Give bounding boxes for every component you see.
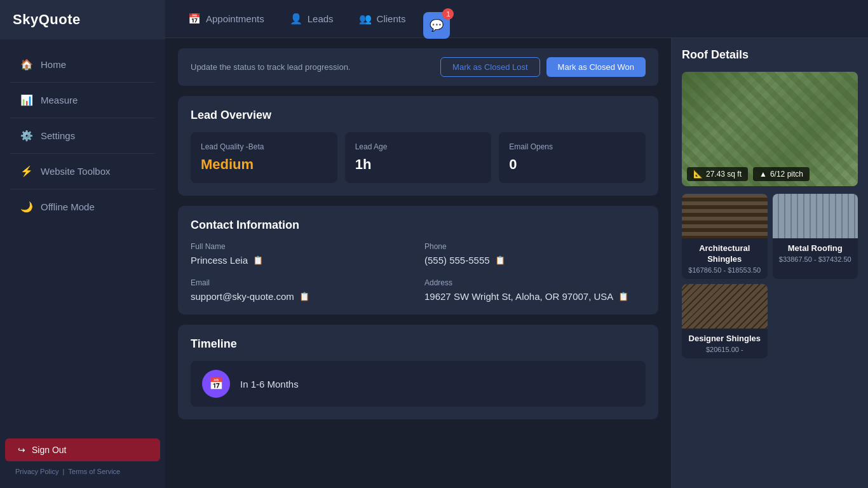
topbar-item-leads[interactable]: 👤 Leads [280,8,344,30]
metal-roofing-info: Metal Roofing $33867.50 - $37432.50 [773,238,858,268]
topbar-nav: 📅 Appointments 👤 Leads 👥 Clients [178,8,416,30]
ruler-icon: 📐 [693,170,703,179]
full-name-text: Princess Leia [191,255,248,266]
sign-out-button[interactable]: ↪ Sign Out [5,438,160,461]
copy-phone-button[interactable]: 📋 [495,255,505,265]
topbar: 📅 Appointments 👤 Leads 👥 Clients 💬 1 [165,0,868,38]
pitch-icon: ▲ [759,170,767,179]
sidebar-item-offline-mode[interactable]: 🌙 Offline Mode [5,193,160,220]
chat-button[interactable]: 💬 1 [423,12,450,39]
sidebar-item-label-home: Home [41,59,66,70]
roofing-card-metal[interactable]: Metal Roofing $33867.50 - $37432.50 [773,194,858,279]
phone-field: Phone (555) 555-5555 📋 [424,242,646,266]
roofing-card-designer[interactable]: Designer Shingles $20615.00 - [682,284,768,358]
arch-shingles-name: Architectural Shingles [688,243,761,265]
sidebar-item-label-measure: Measure [41,95,78,105]
home-icon: 🏠 [20,58,33,71]
aerial-image[interactable]: 📐 27.43 sq ft ▲ 6/12 pitch [682,72,858,186]
address-label: Address [424,278,646,287]
designer-shingles-thumbnail [682,284,768,329]
measure-icon: 📊 [20,94,33,106]
overview-age-card: Lead Age 1h [345,132,492,183]
sidebar-divider-1 [10,82,155,83]
sidebar-item-home[interactable]: 🏠 Home [5,51,160,78]
lead-overview-grid: Lead Quality -Beta Medium Lead Age 1h Em… [191,132,646,183]
copy-name-button[interactable]: 📋 [253,255,263,265]
app-logo[interactable]: SkyQuote [0,0,165,39]
sidebar-nav: 🏠 Home 📊 Measure ⚙️ Settings ⚡ Website T… [0,39,165,431]
phone-value: (555) 555-5555 📋 [424,255,646,266]
lightning-icon: ⚡ [20,165,33,177]
copy-email-button[interactable]: 📋 [299,292,309,301]
full-name-label: Full Name [191,242,412,251]
sign-out-icon: ↪ [18,445,25,455]
mark-closed-lost-button[interactable]: Mark as Closed Lost [440,57,540,77]
lead-overview-card: Lead Overview Lead Quality -Beta Medium … [178,96,658,196]
quality-label: Lead Quality -Beta [201,142,327,151]
sign-out-label: Sign Out [32,445,66,455]
roofing-options-grid: Architectural Shingles $16786.50 - $1855… [682,194,858,358]
address-value: 19627 SW Wright St, Aloha, OR 97007, USA… [424,291,646,302]
sidebar-divider-4 [10,189,155,189]
topbar-label-leads: Leads [308,13,334,24]
overview-quality-card: Lead Quality -Beta Medium [191,132,337,183]
sidebar-item-measure[interactable]: 📊 Measure [5,86,160,114]
contact-info-title: Contact Information [191,219,646,232]
topbar-label-appointments: Appointments [206,13,264,24]
sidebar-divider-2 [10,118,155,118]
sq-ft-value: 27.43 sq ft [706,170,742,179]
metal-roofing-price: $33867.50 - $37432.50 [779,255,852,263]
sidebar: SkyQuote 🏠 Home 📊 Measure ⚙️ Settings ⚡ … [0,0,165,488]
topbar-item-clients[interactable]: 👥 Clients [349,8,416,30]
phone-text: (555) 555-5555 [424,255,490,266]
designer-shingles-name: Designer Shingles [688,334,761,344]
designer-shingles-info: Designer Shingles $20615.00 - [682,329,768,358]
full-name-value: Princess Leia 📋 [191,255,412,266]
aerial-overlay: 📐 27.43 sq ft ▲ 6/12 pitch [687,167,853,181]
content-area: Update the status to track lead progress… [165,38,868,488]
settings-icon: ⚙️ [20,130,33,142]
arch-shingles-info: Architectural Shingles $16786.50 - $1855… [682,238,768,279]
sidebar-divider-3 [10,153,155,154]
contact-grid: Full Name Princess Leia 📋 Phone (555) 55… [191,242,646,302]
topbar-label-clients: Clients [377,13,406,24]
right-panel: Roof Details 📐 27.43 sq ft ▲ 6/12 pitch [671,38,868,488]
mark-closed-won-button[interactable]: Mark as Closed Won [546,57,646,77]
footer-links: Privacy Policy | Terms of Service [5,461,160,475]
status-bar: Update the status to track lead progress… [178,48,658,86]
chat-icon: 💬 [430,18,444,32]
sidebar-item-label-toolbox: Website Toolbox [41,166,111,177]
email-text: support@sky-quote.com [191,291,294,302]
users-icon: 👥 [359,13,372,25]
designer-shingles-price: $20615.00 - [688,346,761,353]
sidebar-item-settings[interactable]: ⚙️ Settings [5,122,160,149]
sq-ft-badge: 📐 27.43 sq ft [687,167,748,181]
sidebar-item-website-toolbox[interactable]: ⚡ Website Toolbox [5,158,160,185]
roof-details-title: Roof Details [682,48,858,62]
main-area: 📅 Appointments 👤 Leads 👥 Clients 💬 1 Upd… [165,0,868,488]
privacy-policy-link[interactable]: Privacy Policy [15,468,58,475]
footer-separator: | [62,468,64,475]
age-label: Lead Age [355,142,482,151]
arch-shingles-price: $16786.50 - $18553.50 [688,266,761,274]
timeline-card: Timeline 📅 In 1-6 Months [178,325,658,419]
metal-roofing-thumbnail [773,194,858,238]
lead-overview-title: Lead Overview [191,109,646,122]
timeline-calendar-icon: 📅 [202,370,230,398]
user-icon: 👤 [290,13,302,25]
roofing-card-arch-shingles[interactable]: Architectural Shingles $16786.50 - $1855… [682,194,768,279]
topbar-item-appointments[interactable]: 📅 Appointments [178,8,275,30]
copy-address-button[interactable]: 📋 [618,292,628,301]
calendar-icon: 📅 [188,13,201,25]
email-value: support@sky-quote.com 📋 [191,291,412,302]
timeline-item-text: In 1-6 Months [240,379,299,390]
pitch-badge: ▲ 6/12 pitch [753,167,810,181]
pitch-value: 6/12 pitch [770,170,803,179]
email-opens-label: Email Opens [509,142,635,151]
email-field: Email support@sky-quote.com 📋 [191,278,412,302]
metal-roofing-name: Metal Roofing [779,243,852,254]
terms-link[interactable]: Terms of Service [68,468,120,475]
quality-value: Medium [201,156,327,173]
phone-label: Phone [424,242,646,251]
sidebar-item-label-settings: Settings [41,130,75,141]
